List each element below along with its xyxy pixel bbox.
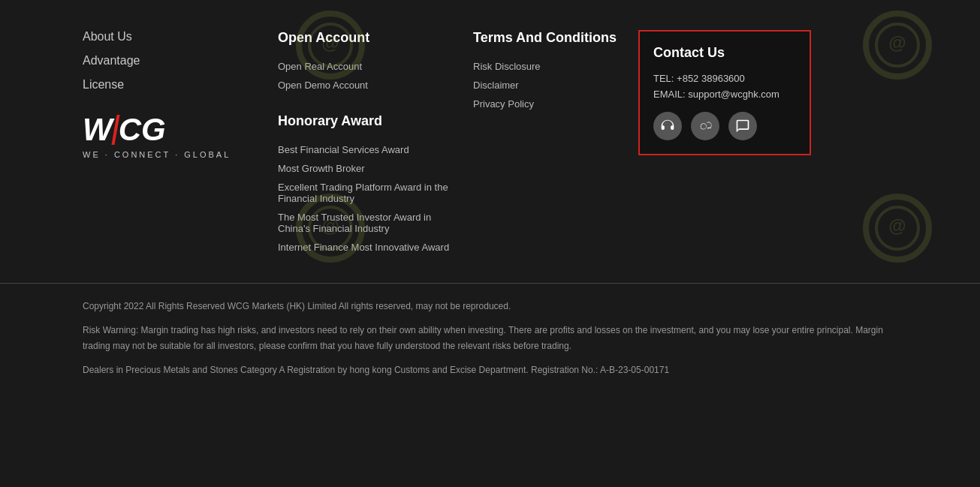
logo-w: W <box>83 114 113 146</box>
headset-icon[interactable] <box>653 112 682 140</box>
col-open-account: Open Account Open Real Account Open Demo… <box>278 30 473 260</box>
svg-text:@: @ <box>888 215 906 236</box>
footer-copyright: Copyright 2022 All Rights Reserved WCG M… <box>83 299 897 314</box>
link-open-real-account[interactable]: Open Real Account <box>278 61 458 72</box>
contact-title: Contact Us <box>653 45 796 61</box>
contact-email: EMAIL: support@wcghk.com <box>653 89 796 100</box>
link-best-financial[interactable]: Best Financial Services Award <box>278 144 458 155</box>
nav-advantage[interactable]: Advantage <box>83 54 263 68</box>
link-internet-finance[interactable]: Internet Finance Most Innovative Award <box>278 242 458 253</box>
nav-license[interactable]: License <box>83 78 263 92</box>
watermark-2: @ <box>860 8 935 85</box>
nav-about-us[interactable]: About Us <box>83 30 263 44</box>
terms-title: Terms And Conditions <box>473 30 623 46</box>
chat-icon[interactable] <box>728 112 757 140</box>
honorary-award-section: Honorary Award Best Financial Services A… <box>278 113 458 253</box>
footer-risk-warning: Risk Warning: Margin trading has high ri… <box>83 323 897 353</box>
link-disclaimer[interactable]: Disclaimer <box>473 80 623 91</box>
logo-cg: CG <box>119 114 166 146</box>
link-most-growth[interactable]: Most Growth Broker <box>278 163 458 174</box>
svg-point-10 <box>876 207 918 249</box>
watermark-4: @ <box>860 191 935 268</box>
svg-point-4 <box>876 24 918 66</box>
contact-box: Contact Us TEL: +852 38963600 EMAIL: sup… <box>638 30 811 155</box>
wechat-icon[interactable] <box>691 112 719 140</box>
col-about: About Us Advantage License W CG WE · CON… <box>83 30 278 260</box>
open-account-title: Open Account <box>278 30 458 46</box>
col-terms: Terms And Conditions Risk Disclosure Dis… <box>473 30 638 260</box>
svg-point-9 <box>866 197 929 260</box>
svg-point-3 <box>866 14 929 77</box>
link-most-trusted[interactable]: The Most Trusted Investor Award in China… <box>278 212 458 234</box>
logo-container: W CG WE · CONNECT · GLOBAL <box>83 114 263 159</box>
col-contact: Contact Us TEL: +852 38963600 EMAIL: sup… <box>638 30 811 260</box>
contact-tel: TEL: +852 38963600 <box>653 73 796 84</box>
link-privacy-policy[interactable]: Privacy Policy <box>473 98 623 110</box>
contact-icons <box>653 112 796 140</box>
logo-tagline: WE · CONNECT · GLOBAL <box>83 150 263 159</box>
link-open-demo-account[interactable]: Open Demo Account <box>278 80 458 91</box>
honorary-award-title: Honorary Award <box>278 113 458 129</box>
footer-dealers: Dealers in Precious Metals and Stones Ca… <box>83 362 897 377</box>
logo-wcg: W CG <box>83 114 263 146</box>
svg-text:@: @ <box>888 32 906 53</box>
link-excellent-trading[interactable]: Excellent Trading Platform Award in the … <box>278 182 458 204</box>
footer-top-section: @ @ @ @ About Us Adv <box>0 0 980 284</box>
footer-bottom-section: Copyright 2022 All Rights Reserved WCG M… <box>0 284 980 393</box>
link-risk-disclosure[interactable]: Risk Disclosure <box>473 61 623 72</box>
